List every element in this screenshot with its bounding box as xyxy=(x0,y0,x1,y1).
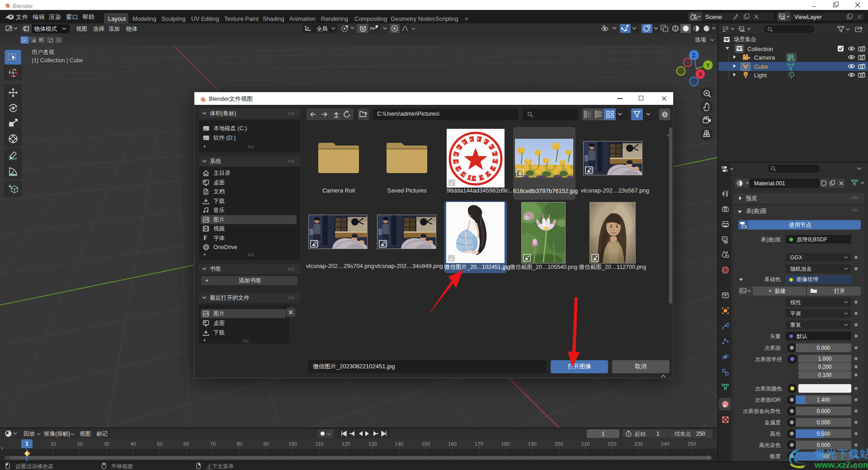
svg-text:www.xz7.com: www.xz7.com xyxy=(814,460,868,470)
svg-text:极光下载站: 极光下载站 xyxy=(814,448,868,460)
